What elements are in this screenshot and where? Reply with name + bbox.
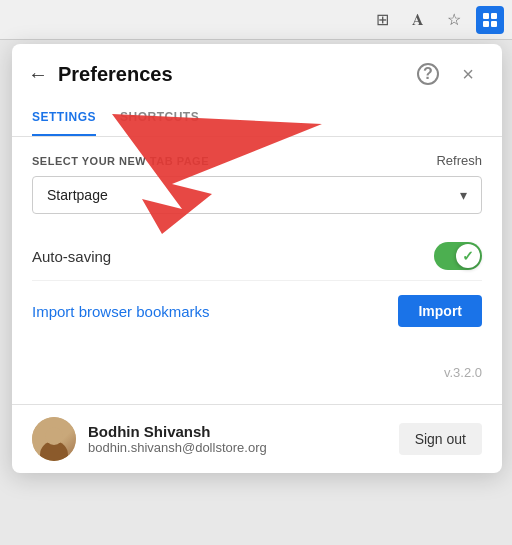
chevron-down-icon: ▾ bbox=[460, 187, 467, 203]
dropdown-value: Startpage bbox=[47, 187, 108, 203]
version-row: v.3.2.0 bbox=[32, 341, 482, 388]
user-name: Bodhin Shivansh bbox=[88, 423, 267, 440]
avatar-image bbox=[32, 417, 76, 461]
version-text: v.3.2.0 bbox=[444, 365, 482, 380]
avatar bbox=[32, 417, 76, 461]
auto-saving-toggle[interactable]: ✓ bbox=[434, 242, 482, 270]
back-button[interactable]: ← bbox=[28, 64, 48, 84]
tabs-bar: SETTINGS SHORTCUTS bbox=[12, 100, 502, 137]
toggle-knob: ✓ bbox=[456, 244, 480, 268]
tab-settings[interactable]: SETTINGS bbox=[32, 100, 96, 136]
new-tab-dropdown[interactable]: Startpage ▾ bbox=[32, 176, 482, 214]
grid-icon[interactable]: ⊞ bbox=[368, 6, 396, 34]
preferences-panel: ← Preferences ? × SETTINGS SHORTCUTS SEL… bbox=[12, 44, 502, 473]
svg-rect-1 bbox=[491, 13, 497, 19]
signout-button[interactable]: Sign out bbox=[399, 423, 482, 455]
panel-content: SELECT YOUR NEW TAB PAGE Refresh Startpa… bbox=[12, 137, 502, 404]
user-email: bodhin.shivansh@dollstore.org bbox=[88, 440, 267, 455]
panel-footer: Bodhin Shivansh bodhin.shivansh@dollstor… bbox=[12, 404, 502, 473]
header-right: ? × bbox=[414, 60, 482, 88]
section-label-row: SELECT YOUR NEW TAB PAGE Refresh bbox=[32, 153, 482, 168]
header-left: ← Preferences bbox=[28, 63, 173, 86]
svg-rect-2 bbox=[483, 21, 489, 27]
auto-saving-label: Auto-saving bbox=[32, 248, 111, 265]
panel-header: ← Preferences ? × bbox=[12, 44, 502, 100]
svg-rect-0 bbox=[483, 13, 489, 19]
page-title: Preferences bbox=[58, 63, 173, 86]
help-button[interactable]: ? bbox=[414, 60, 442, 88]
import-button[interactable]: Import bbox=[398, 295, 482, 327]
browser-toolbar: ⊞ 𝐀 ☆ bbox=[0, 0, 512, 40]
check-icon: ✓ bbox=[462, 248, 474, 264]
import-bookmarks-row: Import browser bookmarks Import bbox=[32, 281, 482, 341]
extensions-icon[interactable] bbox=[476, 6, 504, 34]
refresh-link[interactable]: Refresh bbox=[436, 153, 482, 168]
auto-saving-row: Auto-saving ✓ bbox=[32, 232, 482, 281]
close-icon: × bbox=[462, 63, 474, 86]
import-label: Import browser bookmarks bbox=[32, 303, 210, 320]
section-label: SELECT YOUR NEW TAB PAGE bbox=[32, 155, 209, 167]
close-button[interactable]: × bbox=[454, 60, 482, 88]
user-text: Bodhin Shivansh bodhin.shivansh@dollstor… bbox=[88, 423, 267, 455]
tab-shortcuts[interactable]: SHORTCUTS bbox=[120, 100, 199, 136]
user-info: Bodhin Shivansh bodhin.shivansh@dollstor… bbox=[32, 417, 267, 461]
svg-rect-3 bbox=[491, 21, 497, 27]
font-icon[interactable]: 𝐀 bbox=[404, 6, 432, 34]
help-icon: ? bbox=[417, 63, 439, 85]
star-icon[interactable]: ☆ bbox=[440, 6, 468, 34]
